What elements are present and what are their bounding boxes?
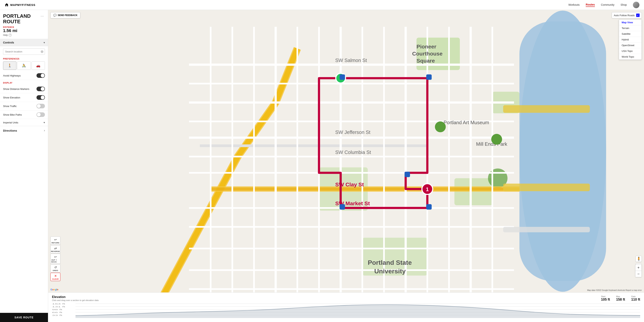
reverse-label: REVERSE <box>51 250 60 252</box>
zoom-in-btn[interactable]: + <box>636 265 642 271</box>
search-container: ◎ <box>0 46 48 56</box>
elev-start-label: Start <box>601 295 606 298</box>
sidebar-collapse-btn[interactable]: ◀ <box>48 162 48 170</box>
svg-text:Square: Square <box>416 58 435 64</box>
avatar[interactable] <box>633 2 640 8</box>
svg-rect-38 <box>503 105 590 113</box>
map-view-option-satellite[interactable]: Satellite <box>619 31 642 37</box>
show-traffic-row: Show Traffic <box>0 102 48 110</box>
google-logo: Google <box>50 288 59 291</box>
site-logo[interactable]: MAPMYFITNESS <box>4 3 35 7</box>
svg-text:164 ft: 164 ft <box>52 303 65 305</box>
zoom-out-btn[interactable]: − <box>636 271 642 277</box>
elev-max-value: 158 ft <box>616 298 625 302</box>
show-traffic-toggle[interactable] <box>36 104 45 108</box>
map-view-option-openstreet[interactable]: OpenStreet <box>619 42 642 48</box>
avoid-highways-row: Avoid Highways <box>0 71 48 80</box>
preferences-label: PREFERENCES <box>0 56 48 61</box>
svg-text:1: 1 <box>426 186 429 192</box>
map-view-option-terrain[interactable]: Terrain <box>619 25 642 31</box>
controls-section-header[interactable]: Controls ▾ <box>0 39 48 46</box>
map-view-option-usatopo[interactable]: USA Topo <box>619 48 642 54</box>
show-elevation-toggle[interactable] <box>36 95 45 100</box>
svg-text:Portland Art Museum: Portland Art Museum <box>444 120 489 125</box>
nav-community[interactable]: Community <box>601 3 614 7</box>
map-view-option-worldtopo[interactable]: World Topo <box>619 54 642 59</box>
toggle-thumb-2 <box>41 87 44 91</box>
nav-shop[interactable]: Shop <box>620 3 627 7</box>
send-feedback-btn[interactable]: 💬 SEND FEEDBACK <box>50 12 80 18</box>
preferences-buttons: 🚶 🚴 🚗 <box>0 61 48 71</box>
reverse-btn[interactable]: ⇄ REVERSE <box>50 245 60 253</box>
avoid-highways-toggle[interactable] <box>36 73 45 78</box>
map-view-option-mapview[interactable]: Map View <box>619 20 642 25</box>
logo-text: MAPMYFITNESS <box>10 3 35 6</box>
pref-drive-btn[interactable]: 🚗 <box>32 61 45 70</box>
svg-rect-53 <box>404 172 410 177</box>
save-route-button[interactable]: SAVE ROUTE <box>0 313 48 322</box>
imperial-units-arrow-icon: ▾ <box>44 121 45 124</box>
help-icon: ? <box>8 34 12 37</box>
svg-text:33 ft: 33 ft <box>52 314 62 316</box>
show-elevation-row: Show Elevation <box>0 93 48 102</box>
map-svg: 1 SW Salmon St SW Jefferson St SW Columb… <box>48 10 644 293</box>
toggle-thumb <box>41 74 44 77</box>
show-bike-paths-label: Show Bike Paths <box>3 113 22 116</box>
route-header: PORTLAND ROUTE ··· <box>0 10 48 26</box>
auto-follow-checkbox[interactable]: ✓ <box>636 13 640 17</box>
undo-label: UNDO <box>53 270 58 271</box>
svg-text:SW Clay St: SW Clay St <box>335 181 364 187</box>
elev-gain-value: 110 ft <box>631 298 640 302</box>
elev-max-label: Max <box>616 295 620 298</box>
avoid-highways-label: Avoid Highways <box>3 74 21 77</box>
elevation-subtitle: Click and drag over a section to get ele… <box>52 299 98 301</box>
svg-text:SW Jefferson St: SW Jefferson St <box>335 130 370 135</box>
feedback-icon: 💬 <box>53 14 56 17</box>
pref-bike-btn[interactable]: 🚴 <box>17 61 30 70</box>
show-bike-paths-toggle[interactable] <box>36 112 45 117</box>
show-distance-markers-row: Show Distance Markers <box>0 85 48 93</box>
directions-row[interactable]: Directions › <box>0 126 48 135</box>
svg-point-62 <box>435 122 446 132</box>
svg-text:SW Salmon St: SW Salmon St <box>335 58 367 63</box>
map-view-option-hybrid[interactable]: Hybrid <box>619 37 642 42</box>
clear-btn[interactable]: ✕ CLEAR <box>50 273 60 281</box>
reverse-icon: ⇄ <box>54 246 57 250</box>
svg-text:66 ft: 66 ft <box>52 312 62 314</box>
logo-icon <box>4 3 9 7</box>
out-back-btn[interactable]: ↩ OUT + BACK <box>50 254 60 264</box>
clear-icon: ✕ <box>54 274 57 278</box>
out-back-label: OUT + BACK <box>52 259 60 263</box>
elevation-title: Elevation <box>52 295 98 299</box>
show-distance-markers-toggle[interactable] <box>36 87 45 91</box>
more-options-btn[interactable]: ··· <box>39 13 45 18</box>
toggle-thumb-3 <box>41 96 44 99</box>
distance-section: DISTANCE 1.56 mi Help ? <box>0 26 48 39</box>
locate-btn[interactable]: ◎ <box>41 49 44 53</box>
display-label: DISPLAY <box>0 80 48 85</box>
elevation-info: Elevation Click and drag over a section … <box>52 295 98 301</box>
out-back-icon: ↩ <box>54 255 57 259</box>
svg-text:131 ft: 131 ft <box>52 306 65 308</box>
clear-label: CLEAR <box>52 278 59 280</box>
nav-routes[interactable]: Routes <box>586 3 595 7</box>
nav-links: Workouts Routes Community Shop <box>568 3 627 7</box>
locate-icon: ◎ <box>41 50 44 53</box>
imperial-units-row[interactable]: Imperial Units ▾ <box>0 119 48 126</box>
return-btn[interactable]: ↩ RETURN <box>50 237 60 245</box>
svg-text:98 ft: 98 ft <box>52 309 62 311</box>
map-container[interactable]: 1 SW Salmon St SW Jefferson St SW Columb… <box>48 10 644 293</box>
pref-walk-btn[interactable]: 🚶 <box>3 61 16 70</box>
elev-start-value: 105 ft <box>601 298 610 302</box>
map-view-dropdown: Map View Terrain Satellite Hybrid OpenSt… <box>619 19 642 60</box>
nav-workouts[interactable]: Workouts <box>568 3 580 7</box>
undo-btn[interactable]: ↺ UNDO <box>50 264 60 272</box>
help-row[interactable]: Help ? <box>3 34 45 37</box>
search-input[interactable] <box>3 48 45 55</box>
help-text: Help <box>3 34 8 36</box>
directions-chevron-icon: › <box>44 129 45 132</box>
streetview-btn[interactable]: 🧍 <box>636 256 642 262</box>
elevation-chart[interactable]: 164 ft 131 ft 98 ft 66 ft 33 ft <box>52 303 640 318</box>
elev-gain-label: Gain <box>631 295 636 298</box>
controls-title: Controls <box>3 41 14 44</box>
